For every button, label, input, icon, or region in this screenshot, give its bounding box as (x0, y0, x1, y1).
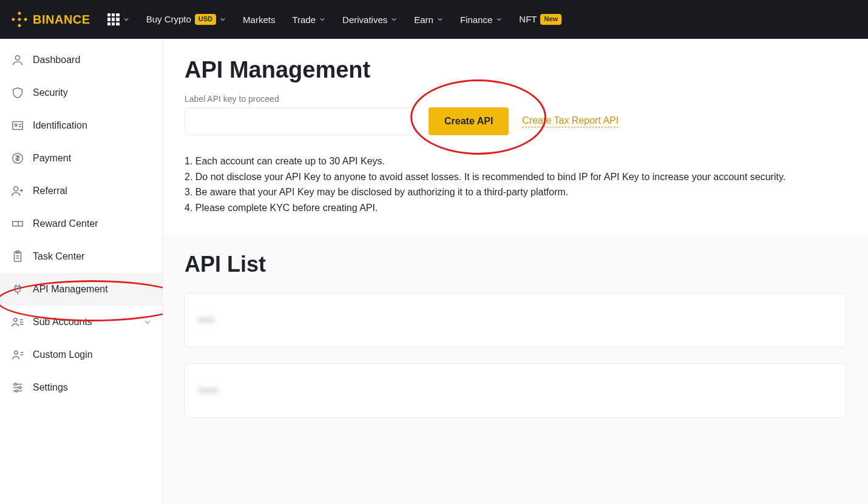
brand-logo[interactable]: BINANCE (11, 11, 90, 28)
nav-nft[interactable]: NFT New (519, 14, 561, 24)
sidebar-item-label: Referral (33, 186, 67, 197)
svg-point-15 (19, 386, 21, 389)
top-nav: BINANCE Buy Crypto USD Markets Trade Der… (0, 0, 868, 39)
ticket-icon (11, 217, 24, 230)
api-label-input-label: Label API key to proceed (185, 94, 846, 104)
sidebar-item-label: Security (33, 87, 68, 98)
nav-nft-label: NFT (519, 14, 537, 24)
sidebar-item-label: Settings (33, 382, 68, 393)
svg-point-12 (14, 318, 17, 322)
chevron-down-icon (437, 16, 443, 22)
sidebar-item-api-management[interactable]: API Management (0, 273, 162, 306)
nav-finance-label: Finance (460, 15, 492, 25)
id-card-icon (11, 119, 24, 132)
sidebar-item-security[interactable]: Security (0, 76, 162, 109)
chevron-down-icon (391, 16, 397, 22)
sidebar-item-label: Payment (33, 153, 71, 164)
svg-point-9 (14, 187, 18, 191)
api-key-masked: •••• (198, 315, 214, 326)
sidebar-item-label: Sub Accounts (33, 317, 92, 328)
nav-earn-label: Earn (414, 15, 433, 25)
chevron-down-icon (319, 16, 325, 22)
sidebar-item-label: Reward Center (33, 218, 98, 229)
api-note-3: 3. Be aware that your API Key may be dis… (185, 184, 846, 200)
page-title: API Management (185, 57, 846, 83)
users-list-icon (11, 315, 24, 329)
plug-icon (11, 283, 24, 296)
nav-buy-crypto-label: Buy Crypto (146, 14, 191, 24)
login-icon (11, 348, 24, 361)
svg-point-7 (15, 124, 17, 126)
create-tax-report-api-link[interactable]: Create Tax Report API (522, 115, 619, 127)
chevron-down-icon (496, 16, 502, 22)
sidebar-item-payment[interactable]: Payment (0, 142, 162, 175)
api-label-input[interactable] (185, 107, 415, 135)
api-note-1: 1. Each account can create up to 30 API … (185, 153, 846, 169)
nav-finance[interactable]: Finance (460, 15, 502, 25)
sidebar: Dashboard Security Identification Paymen… (0, 39, 163, 504)
sidebar-item-task-center[interactable]: Task Center (0, 240, 162, 273)
user-icon (11, 53, 24, 67)
user-plus-icon (11, 184, 24, 198)
nav-markets[interactable]: Markets (243, 15, 275, 25)
create-api-button[interactable]: Create API (429, 107, 509, 135)
new-badge: New (540, 14, 561, 24)
svg-point-14 (15, 383, 17, 386)
sidebar-item-sub-accounts[interactable]: Sub Accounts (0, 306, 162, 338)
svg-rect-1 (18, 24, 21, 27)
sidebar-item-label: Task Center (33, 251, 84, 262)
api-notes: 1. Each account can create up to 30 API … (185, 153, 846, 215)
usd-badge: USD (195, 14, 216, 24)
binance-logo-icon (11, 11, 28, 28)
nav-derivatives[interactable]: Derivatives (342, 15, 397, 25)
nav-earn[interactable]: Earn (414, 15, 443, 25)
api-list-item[interactable]: •••• (185, 293, 846, 348)
svg-point-5 (15, 56, 19, 60)
sliders-icon (11, 381, 24, 394)
clipboard-icon (11, 250, 24, 263)
svg-rect-4 (18, 18, 21, 21)
nav-markets-label: Markets (243, 15, 275, 25)
sidebar-item-label: Dashboard (33, 55, 80, 66)
sidebar-item-reward-center[interactable]: Reward Center (0, 207, 162, 240)
svg-rect-2 (12, 18, 15, 21)
svg-point-16 (15, 390, 18, 392)
svg-point-13 (15, 351, 18, 355)
chevron-down-icon (220, 16, 226, 22)
sidebar-item-label: Identification (33, 120, 87, 131)
sidebar-item-custom-login[interactable]: Custom Login (0, 338, 162, 371)
nav-buy-crypto[interactable]: Buy Crypto USD (146, 14, 226, 24)
dollar-icon (11, 152, 24, 165)
svg-rect-3 (24, 18, 27, 21)
sidebar-item-settings[interactable]: Settings (0, 371, 162, 404)
sidebar-item-referral[interactable]: Referral (0, 175, 162, 207)
nav-trade-label: Trade (292, 15, 316, 25)
api-list-title: API List (185, 252, 846, 277)
apps-menu[interactable] (107, 13, 129, 25)
chevron-down-icon (144, 318, 151, 326)
brand-name: BINANCE (33, 13, 90, 27)
sidebar-item-label: API Management (33, 284, 108, 295)
svg-rect-6 (13, 122, 23, 130)
api-note-2: 2. Do not disclose your API Key to anyon… (185, 169, 846, 185)
sidebar-item-identification[interactable]: Identification (0, 109, 162, 142)
nav-trade[interactable]: Trade (292, 15, 325, 25)
chevron-down-icon (123, 16, 129, 22)
shield-icon (11, 86, 24, 99)
sidebar-item-label: Custom Login (33, 349, 93, 360)
main-content: API Management Label API key to proceed … (163, 39, 868, 504)
api-note-4: 4. Please complete KYC before creating A… (185, 200, 846, 216)
api-list-item[interactable]: ••••• (185, 363, 846, 418)
nav-derivatives-label: Derivatives (342, 15, 387, 25)
svg-rect-0 (18, 12, 21, 15)
api-key-masked: ••••• (198, 385, 219, 396)
apps-grid-icon (107, 13, 120, 25)
sidebar-item-dashboard[interactable]: Dashboard (0, 44, 162, 76)
